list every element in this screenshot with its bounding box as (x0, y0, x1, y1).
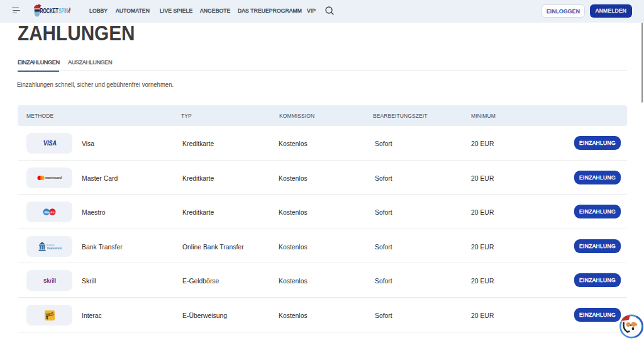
svg-text:mastercard: mastercard (45, 176, 62, 179)
svg-text:Skrill: Skrill (43, 277, 56, 284)
svg-text:VISA: VISA (43, 139, 57, 147)
svg-text:Maestro: Maestro (45, 210, 55, 213)
svg-text:SPIN: SPIN (59, 8, 69, 14)
svg-text:TRANSFER: TRANSFER (47, 247, 62, 250)
svg-text:ROCKET: ROCKET (40, 8, 58, 14)
